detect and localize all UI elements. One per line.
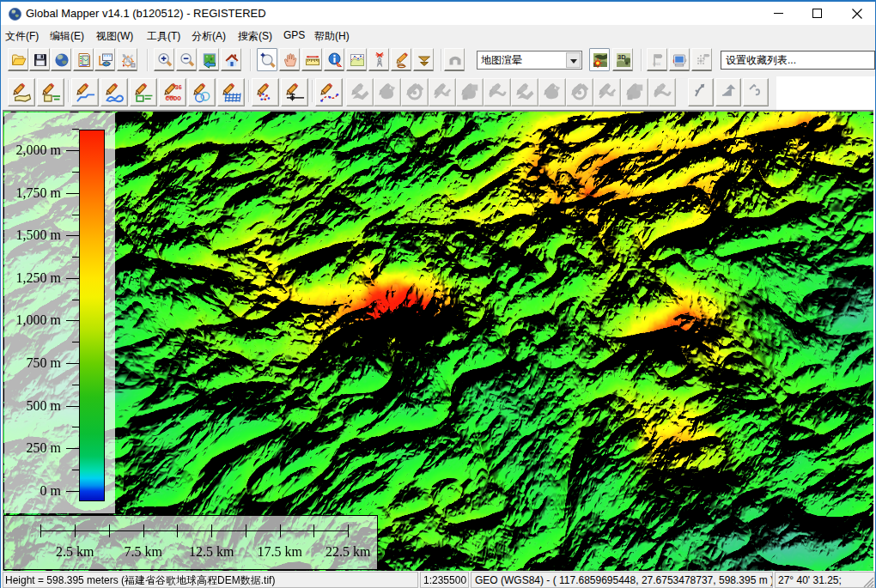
svg-text:dxcc: dxcc: [653, 62, 661, 66]
svg-text:i: i: [673, 58, 675, 64]
svg-text:CODO: CODO: [166, 95, 182, 102]
svg-text:3D: 3D: [617, 53, 626, 61]
svg-text:36: 36: [175, 84, 182, 91]
